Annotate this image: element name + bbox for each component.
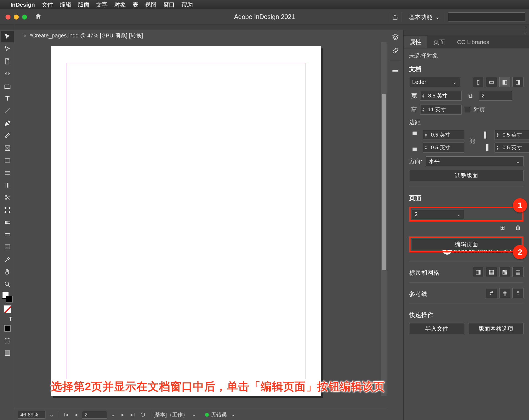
eyedropper-tool[interactable]: [1, 254, 14, 265]
menu-window[interactable]: 窗口: [163, 1, 175, 9]
document-grid-icon[interactable]: ▩: [499, 267, 510, 277]
type-tool[interactable]: [1, 93, 14, 104]
margin-top-field[interactable]: ▲▼0.5 英寸: [423, 130, 464, 140]
tab-properties[interactable]: 属性: [404, 36, 427, 48]
page-dropdown-icon[interactable]: ⌄: [109, 411, 117, 418]
lock-guides-icon[interactable]: ⟟: [512, 288, 523, 298]
menu-table[interactable]: 表: [133, 1, 138, 9]
snap-guides-icon[interactable]: #: [486, 288, 497, 298]
layers-panel-icon[interactable]: [390, 32, 400, 42]
tab-close-icon[interactable]: ×: [23, 32, 27, 39]
gradient-feather-tool[interactable]: [1, 229, 14, 241]
share-button[interactable]: [389, 12, 401, 22]
open-nav-icon[interactable]: ⬡: [139, 411, 147, 418]
window-minimize-icon[interactable]: [14, 15, 19, 20]
zoom-field[interactable]: 46.69%: [18, 411, 45, 419]
height-field[interactable]: ▲▼11 英寸: [420, 105, 461, 114]
width-field[interactable]: ▲▼8.5 英寸: [420, 91, 461, 101]
bind-left-icon[interactable]: ◧: [499, 77, 510, 87]
default-fill-none[interactable]: [1, 303, 14, 315]
gap-tool[interactable]: [1, 68, 14, 80]
layout-grid-icon[interactable]: ▤: [512, 267, 523, 277]
menu-object[interactable]: 对象: [114, 1, 126, 9]
line-tool[interactable]: [1, 105, 14, 117]
search-input[interactable]: [448, 12, 525, 22]
menu-help[interactable]: 帮助: [181, 1, 193, 9]
scissors-tool[interactable]: [1, 192, 14, 203]
margin-bottom-field[interactable]: ▲▼0.5 英寸: [423, 143, 464, 152]
rulers-toggle-icon[interactable]: ▥: [473, 267, 484, 277]
margin-right-field[interactable]: ▲▼0.5 英寸: [495, 143, 529, 152]
panel-collapse-icon[interactable]: »: [404, 30, 529, 36]
tab-cc-libraries[interactable]: CC Libraries: [451, 36, 495, 48]
menu-edit[interactable]: 编辑: [60, 1, 71, 9]
baseline-grid-icon[interactable]: ▦: [486, 267, 497, 277]
zoom-tool[interactable]: [1, 279, 14, 290]
preflight-profile[interactable]: [基本]（工作）: [153, 411, 188, 418]
menu-type[interactable]: 文字: [96, 1, 108, 9]
workspace-switcher[interactable]: 基本功能 ⌄: [405, 12, 444, 22]
apply-text-icon[interactable]: T: [8, 316, 14, 322]
facing-pages-checkbox[interactable]: [465, 107, 470, 112]
orientation-dropdown[interactable]: 水平⌄: [426, 156, 523, 166]
app-menu[interactable]: InDesign: [10, 1, 35, 8]
prev-page-icon[interactable]: ◂: [72, 411, 80, 418]
formatting-container-icon[interactable]: [1, 323, 14, 334]
page-number-field[interactable]: 2: [82, 411, 107, 419]
smart-guides-icon[interactable]: ⋕: [499, 288, 510, 298]
view-mode-preview[interactable]: [1, 347, 14, 359]
page-tool[interactable]: [1, 56, 14, 67]
direct-selection-tool[interactable]: [1, 43, 14, 55]
first-page-icon[interactable]: I◂: [62, 411, 70, 418]
zoom-dropdown-icon[interactable]: ⌄: [48, 411, 55, 418]
window-close-icon[interactable]: [6, 15, 10, 20]
selection-tool[interactable]: [1, 31, 14, 42]
rectangle-tool[interactable]: [1, 155, 14, 166]
apply-color-icon[interactable]: [1, 316, 7, 322]
page-select-dropdown[interactable]: 2⌄: [412, 209, 464, 219]
next-page-icon[interactable]: ▸: [119, 411, 127, 418]
menu-file[interactable]: 文件: [42, 1, 53, 9]
pages-count-field[interactable]: 2: [479, 91, 512, 101]
links-panel-icon[interactable]: [390, 46, 400, 56]
link-margins-icon[interactable]: ⛓: [467, 138, 478, 144]
view-mode-normal[interactable]: [1, 335, 14, 347]
page-preset-dropdown[interactable]: Letter⌄: [409, 77, 460, 87]
bind-right-icon[interactable]: ◨: [512, 77, 523, 87]
document-tab[interactable]: × *Create_pages.indd @ 47% [GPU 预览] [转换]: [15, 30, 387, 41]
content-collector-tool[interactable]: [1, 80, 14, 92]
gradient-swatch-tool[interactable]: [1, 217, 14, 228]
window-zoom-icon[interactable]: [22, 15, 27, 20]
page-spread[interactable]: [51, 46, 321, 396]
free-transform-tool[interactable]: [1, 204, 14, 216]
rectangle-frame-tool[interactable]: [1, 142, 14, 154]
last-page-icon[interactable]: ▸I: [129, 411, 137, 418]
horizontal-grid-tool[interactable]: [1, 167, 14, 179]
adjust-layout-button[interactable]: 调整版面: [409, 170, 523, 181]
profile-dropdown-icon[interactable]: ⌄: [190, 411, 198, 418]
vertical-grid-tool[interactable]: [1, 179, 14, 191]
stroke-panel-icon[interactable]: [390, 66, 400, 76]
import-file-button[interactable]: 导入文件: [409, 323, 464, 334]
edit-page-highlight: 编辑页面 2: [409, 236, 523, 252]
new-page-icon[interactable]: ⊞: [497, 223, 508, 233]
menu-layout[interactable]: 版面: [78, 1, 90, 9]
preflight-dropdown-icon[interactable]: ⌄: [229, 411, 237, 418]
canvas[interactable]: 选择第2页并显示在文档窗口中后，单击「编辑页面」按钮编辑该页: [15, 41, 387, 409]
pen-tool[interactable]: [1, 118, 14, 129]
note-tool[interactable]: [1, 241, 14, 253]
margin-left-field[interactable]: ▲▼0.5 英寸: [495, 130, 529, 140]
orient-portrait-icon[interactable]: ▯: [473, 77, 484, 87]
fill-stroke-toggle[interactable]: [1, 291, 14, 302]
delete-page-icon[interactable]: 🗑: [512, 223, 523, 233]
edit-page-button[interactable]: 编辑页面: [412, 239, 521, 250]
layout-grid-options-button[interactable]: 版面网格选项: [469, 323, 524, 334]
tab-pages[interactable]: 页面: [427, 36, 451, 48]
hand-tool[interactable]: [1, 266, 14, 278]
home-button[interactable]: [35, 13, 42, 21]
orient-landscape-icon[interactable]: ▭: [486, 77, 497, 87]
scrollbar-thumb[interactable]: [382, 94, 386, 270]
pencil-tool[interactable]: [1, 130, 14, 141]
menu-view[interactable]: 视图: [145, 1, 156, 9]
vertical-scrollbar[interactable]: [381, 42, 387, 396]
